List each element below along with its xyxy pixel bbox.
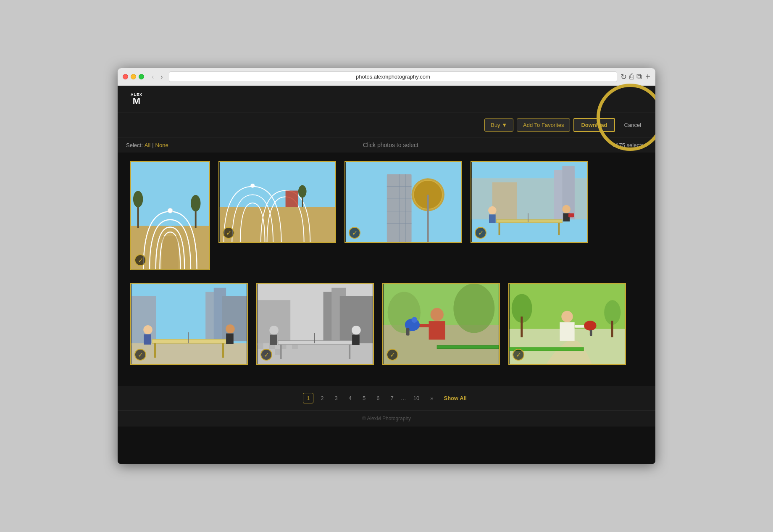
svg-rect-90 bbox=[611, 321, 613, 337]
svg-rect-46 bbox=[152, 339, 226, 343]
svg-rect-34 bbox=[528, 213, 528, 222]
add-favorites-button[interactable]: Add To Favorites bbox=[517, 119, 570, 132]
nav-arrows: ‹ › bbox=[149, 72, 166, 82]
photo-grid: ✓ bbox=[118, 153, 655, 386]
traffic-light-red[interactable] bbox=[123, 74, 128, 79]
photo-item-6[interactable]: ✓ bbox=[256, 283, 374, 365]
photo-row-1: ✓ bbox=[130, 161, 643, 270]
svg-rect-51 bbox=[144, 334, 151, 344]
svg-rect-71 bbox=[270, 334, 277, 345]
check-badge-5: ✓ bbox=[134, 349, 146, 361]
page-btn-1[interactable]: 1 bbox=[303, 393, 313, 403]
check-badge-4: ✓ bbox=[475, 227, 486, 239]
address-bar[interactable]: photos.alexmphotography.com bbox=[169, 71, 618, 82]
browser-controls: ‹ › photos.alexmphotography.com ↻ ⎙ ⧉ + bbox=[123, 71, 650, 85]
check-badge-3: ✓ bbox=[349, 227, 360, 239]
page-btn-next[interactable]: » bbox=[426, 393, 437, 403]
svg-rect-88 bbox=[521, 316, 523, 337]
cancel-button[interactable]: Cancel bbox=[618, 119, 647, 131]
svg-rect-32 bbox=[499, 223, 500, 235]
toolbar: Buy ▼ Add To Favorites Download Cancel bbox=[118, 113, 655, 137]
logo-m-text: M bbox=[133, 97, 140, 106]
page-btn-6[interactable]: 6 bbox=[373, 393, 383, 403]
svg-rect-39 bbox=[568, 213, 574, 217]
svg-point-13 bbox=[298, 185, 307, 198]
select-none-link[interactable]: None bbox=[155, 142, 168, 148]
browser-chrome: ‹ › photos.alexmphotography.com ↻ ⎙ ⧉ + bbox=[118, 68, 655, 86]
svg-rect-69 bbox=[314, 333, 315, 343]
svg-rect-44 bbox=[131, 296, 156, 345]
share-button[interactable]: ⎙ bbox=[629, 72, 634, 82]
select-all-link[interactable]: All bbox=[145, 142, 150, 148]
app-content: ALEX M Buy ▼ Add To Favorites Download C… bbox=[118, 86, 655, 464]
svg-rect-67 bbox=[280, 345, 282, 359]
svg-rect-95 bbox=[590, 330, 592, 336]
svg-point-52 bbox=[226, 324, 235, 334]
selection-bar: Select: All | None Click photos to selec… bbox=[118, 137, 655, 153]
photo-item-2[interactable]: ✓ bbox=[218, 161, 336, 243]
check-badge-6: ✓ bbox=[260, 349, 272, 361]
photo-item-3[interactable]: ✓ bbox=[344, 161, 462, 243]
svg-point-50 bbox=[143, 325, 152, 334]
svg-rect-49 bbox=[188, 332, 189, 343]
traffic-light-yellow[interactable] bbox=[131, 74, 136, 79]
svg-rect-60 bbox=[258, 343, 263, 349]
svg-rect-79 bbox=[429, 321, 445, 340]
page-btn-2[interactable]: 2 bbox=[317, 393, 327, 403]
page-btn-7[interactable]: 7 bbox=[387, 393, 397, 403]
select-label: Select: bbox=[126, 142, 143, 148]
browser-window: ‹ › photos.alexmphotography.com ↻ ⎙ ⧉ + … bbox=[118, 68, 655, 464]
page-btn-3[interactable]: 3 bbox=[331, 393, 342, 403]
check-badge-2: ✓ bbox=[223, 227, 234, 239]
pagination: 1 2 3 4 5 6 7 … 10 » Show All bbox=[118, 386, 655, 410]
svg-point-83 bbox=[411, 317, 417, 323]
svg-rect-30 bbox=[492, 182, 517, 219]
svg-rect-65 bbox=[275, 349, 281, 355]
new-tab-button[interactable]: ⧉ bbox=[636, 72, 642, 82]
svg-rect-33 bbox=[558, 223, 560, 235]
traffic-light-green[interactable] bbox=[139, 74, 144, 79]
svg-rect-92 bbox=[560, 322, 574, 341]
svg-rect-45 bbox=[131, 343, 247, 364]
svg-point-91 bbox=[561, 311, 573, 322]
svg-rect-9 bbox=[220, 207, 335, 242]
photo-item-7[interactable]: ✓ bbox=[382, 283, 500, 365]
download-button[interactable]: Download bbox=[573, 118, 615, 132]
svg-point-76 bbox=[453, 284, 494, 333]
show-all-button[interactable]: Show All bbox=[440, 393, 470, 403]
svg-rect-84 bbox=[437, 345, 499, 349]
svg-point-70 bbox=[269, 326, 279, 335]
check-badge-8: ✓ bbox=[513, 349, 524, 361]
svg-point-7 bbox=[191, 195, 200, 211]
selected-count: of 75 selected bbox=[613, 142, 647, 148]
svg-rect-31 bbox=[497, 219, 563, 223]
photo-item-5[interactable]: ✓ bbox=[130, 283, 248, 365]
photo-item-8[interactable]: ✓ bbox=[508, 283, 626, 365]
nav-forward-button[interactable]: › bbox=[158, 72, 165, 82]
photo-item-1[interactable]: ✓ bbox=[130, 161, 210, 270]
svg-rect-47 bbox=[154, 343, 156, 358]
url-text: photos.alexmphotography.com bbox=[356, 74, 430, 80]
photo-item-4[interactable]: ✓ bbox=[471, 161, 588, 243]
svg-point-37 bbox=[562, 205, 571, 213]
logo: ALEX M bbox=[126, 91, 147, 108]
svg-point-94 bbox=[584, 321, 596, 331]
svg-point-2 bbox=[168, 208, 173, 213]
check-badge-1: ✓ bbox=[134, 254, 146, 266]
page-btn-5[interactable]: 5 bbox=[359, 393, 369, 403]
svg-rect-25 bbox=[427, 195, 429, 242]
nav-back-button[interactable]: ‹ bbox=[149, 72, 156, 82]
svg-rect-43 bbox=[222, 296, 247, 341]
svg-rect-3 bbox=[162, 236, 178, 269]
page-btn-10[interactable]: 10 bbox=[410, 393, 423, 403]
refresh-button[interactable]: ↻ bbox=[621, 72, 627, 82]
svg-rect-36 bbox=[489, 214, 496, 223]
traffic-lights bbox=[123, 74, 144, 79]
svg-rect-48 bbox=[222, 343, 224, 358]
page-ellipsis: … bbox=[401, 395, 406, 401]
page-btn-4[interactable]: 4 bbox=[345, 393, 355, 403]
svg-point-78 bbox=[431, 308, 444, 321]
add-tab-button[interactable]: + bbox=[645, 72, 650, 82]
svg-point-72 bbox=[352, 326, 361, 335]
buy-button[interactable]: Buy ▼ bbox=[484, 119, 513, 132]
